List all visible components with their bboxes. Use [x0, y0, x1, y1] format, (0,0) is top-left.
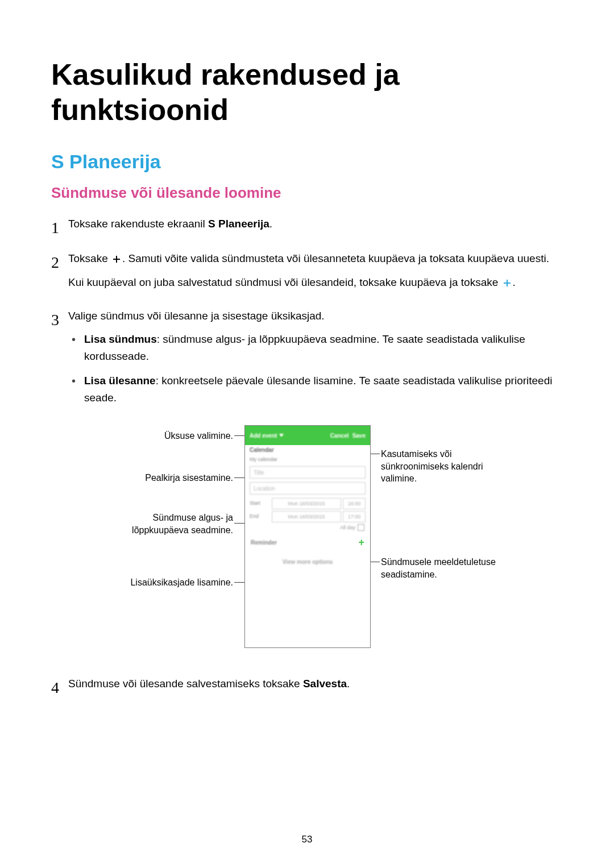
- add-event-dropdown[interactable]: Add event: [250, 433, 284, 439]
- phone-header: Add event Cancel Save: [245, 426, 370, 445]
- callout-title-entry: Pealkirja sisestamine.: [119, 472, 233, 484]
- callout-select-item: Üksuse valimine.: [119, 430, 233, 442]
- plus-icon: [112, 255, 121, 264]
- figure: Üksuse valimine. Pealkirja sisestamine. …: [51, 425, 563, 658]
- text: Toksake: [68, 252, 111, 264]
- all-day-toggle[interactable]: All day: [245, 524, 364, 531]
- step-4: 4 Sündmuse või ülesande salvestamiseks t…: [51, 675, 563, 700]
- title-field[interactable]: Title: [250, 466, 366, 479]
- page-title: Kasulikud rakendused ja funktsioonid: [51, 57, 563, 128]
- bold-text: Salvesta: [303, 678, 347, 690]
- text: Toksake rakenduste ekraanil: [68, 218, 208, 230]
- list-item: Lisa ülesanne: konkreetsele päevale üles…: [84, 372, 563, 406]
- my-calendar-label[interactable]: My calendar: [245, 455, 370, 464]
- step-number: 2: [51, 250, 68, 275]
- save-button[interactable]: Save: [352, 433, 366, 439]
- text: Valige sündmus või ülesanne ja sisestage…: [68, 308, 563, 324]
- end-row[interactable]: EndMon 16/03/201517:00: [250, 511, 366, 522]
- step-number: 3: [51, 308, 68, 332]
- text: Kui kuupäeval on juba salvestatud sündmu…: [68, 276, 501, 288]
- bold-text: Lisa sündmus: [84, 333, 157, 345]
- view-more-options[interactable]: View more options: [245, 559, 370, 565]
- bold-text: S Planeerija: [208, 218, 269, 230]
- location-field[interactable]: Location: [250, 482, 366, 495]
- text: Sündmuse või ülesande salvestamiseks tok…: [68, 678, 303, 690]
- start-row[interactable]: StartMon 16/03/201516:00: [250, 498, 366, 509]
- step-2: 2 Toksake . Samuti võite valida sündmust…: [51, 250, 563, 297]
- page-number: 53: [0, 834, 614, 845]
- callout-more-details: Lisaüksikasjade lisamine.: [119, 576, 233, 589]
- add-reminder-icon[interactable]: +: [358, 537, 364, 549]
- callout-start-end: Sündmuse algus- ja lõppkuupäeva seadmine…: [108, 512, 233, 536]
- text: .: [269, 218, 272, 230]
- bold-text: Lisa ülesanne: [84, 375, 156, 387]
- svg-marker-4: [279, 434, 284, 437]
- step-number: 4: [51, 675, 68, 700]
- text: .: [513, 276, 516, 288]
- callout-reminder: Sündmusele meeldetuletuse seadistamine.: [381, 556, 512, 580]
- phone-mock: Add event Cancel Save Calendar My calend…: [244, 425, 371, 648]
- chevron-down-icon: [279, 433, 284, 438]
- step-number: 1: [51, 215, 68, 240]
- list-item: Lisa sündmus: sündmuse algus- ja lõppkuu…: [84, 331, 563, 364]
- manual-page: Kasulikud rakendused ja funktsioonid S P…: [0, 0, 614, 868]
- step-1: 1 Toksake rakenduste ekraanil S Planeeri…: [51, 215, 563, 240]
- step-3: 3 Valige sündmus või ülesanne ja sisesta…: [51, 308, 563, 414]
- text: .: [347, 678, 350, 690]
- subsection-heading: Sündmuse või ülesande loomine: [51, 184, 563, 202]
- callout-calendar-select: Kasutamiseks või sünkroonimiseks kalendr…: [381, 448, 512, 485]
- plus-icon: [503, 279, 512, 288]
- calendar-label: Calendar: [245, 445, 370, 455]
- section-heading: S Planeerija: [51, 151, 563, 173]
- reminder-label: Reminder: [251, 539, 277, 546]
- text: . Samuti võite valida sündmusteta või ül…: [122, 252, 549, 264]
- cancel-button[interactable]: Cancel: [330, 433, 349, 439]
